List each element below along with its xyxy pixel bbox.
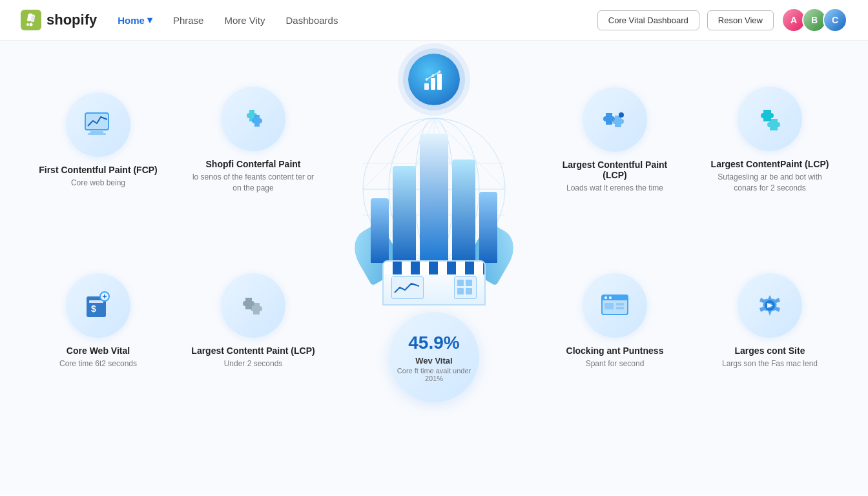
browser-icon — [598, 289, 632, 322]
nav-phrase-label: Phrase — [173, 15, 204, 26]
shopfi-cp-title: Shopfi Conterfal Paint — [206, 159, 301, 169]
svg-rect-41 — [616, 303, 624, 305]
shop-base — [382, 260, 486, 305]
chart-monitor-icon — [81, 108, 115, 141]
clp-desc: Spant for second — [586, 358, 645, 369]
city-bar-2 — [393, 166, 416, 263]
gear-blue-icon — [753, 289, 787, 322]
lcp2-icon-wrap — [738, 87, 802, 151]
logo[interactable]: shopify — [21, 10, 97, 30]
svg-rect-27 — [457, 288, 464, 294]
center-metric-title: Wev Vital — [415, 356, 452, 366]
svg-point-1 — [30, 23, 33, 26]
lcp3-icon-wrap — [221, 273, 285, 338]
lcp2-desc: Sutagesling ar be and bot with conars fo… — [707, 172, 833, 194]
main-content: First Contentful Paint (FCP) Core web be… — [0, 41, 868, 495]
svg-point-29 — [619, 112, 624, 118]
dollar-shopping-icon: $ — [81, 289, 115, 322]
lcp3-desc: Under 2 seconds — [224, 358, 283, 369]
metric-shopfi-cp: Shopfi Conterfal Paint lo senos of the f… — [182, 79, 324, 202]
city-bars — [371, 134, 497, 263]
svg-rect-8 — [437, 74, 442, 90]
city-bar-5 — [479, 192, 497, 263]
cwv-icon-wrap: $ — [66, 273, 130, 338]
nav-phrase[interactable]: Phrase — [173, 15, 204, 26]
nav-more-vity[interactable]: More Vity — [224, 15, 265, 26]
center-badge — [408, 54, 460, 105]
puzzle-green-icon — [753, 102, 787, 136]
metric-cwv: $ Core Web Vital Core time 6t2 seconds — [52, 265, 145, 377]
svg-rect-3 — [85, 113, 108, 130]
shop-chart-icon — [392, 277, 422, 297]
svg-point-2 — [26, 23, 29, 26]
svg-point-38 — [604, 296, 607, 299]
nav: Home ▾ Phrase More Vity Dashboards — [118, 14, 338, 26]
shop-awning — [384, 262, 484, 274]
reson-view-button[interactable]: Reson View — [707, 10, 774, 30]
logo-text: shopify — [46, 12, 97, 28]
svg-rect-40 — [604, 303, 614, 309]
svg-rect-5 — [88, 133, 106, 135]
fcp-icon-wrap — [66, 92, 130, 157]
shopfi-cp-icon-wrap — [221, 87, 285, 151]
city-bar-3 — [420, 134, 448, 263]
shop-window-left — [391, 276, 424, 299]
lcp1-icon-wrap — [583, 87, 647, 152]
fcp-title: First Contentful Paint (FCP) — [39, 165, 158, 175]
puzzle-blue-icon — [598, 103, 632, 136]
chevron-down-icon: ▾ — [147, 14, 152, 26]
dashboard-grid: First Contentful Paint (FCP) Core web be… — [27, 54, 841, 402]
header-right: Core Vital Dashboard Reson View A B C — [597, 8, 847, 32]
nav-home[interactable]: Home ▾ — [118, 14, 152, 26]
cwv-title: Core Web Vital — [67, 346, 130, 356]
shop-window-icon — [455, 277, 475, 297]
city-bar-4 — [452, 160, 475, 263]
metric-fcp: First Contentful Paint (FCP) Core web be… — [31, 85, 165, 196]
core-vital-dashboard-button[interactable]: Core Vital Dashboard — [597, 10, 699, 30]
lcp1-desc: Loads wat lt erenes the time — [566, 183, 663, 194]
puzzle-gray-icon — [236, 289, 270, 322]
center-metric-value: 45.9% — [408, 333, 459, 353]
svg-text:$: $ — [91, 304, 96, 314]
metric-lcs: Larges cont Site Largs son the Fas mac l… — [714, 265, 825, 377]
svg-point-39 — [609, 296, 612, 299]
center-metric-desc: Core ft time avait under 201% — [389, 367, 479, 382]
svg-rect-25 — [457, 280, 464, 286]
shop-window-right — [454, 276, 477, 299]
svg-rect-7 — [431, 78, 435, 90]
lcs-icon-wrap — [738, 273, 802, 338]
svg-rect-31 — [89, 300, 103, 303]
svg-rect-42 — [616, 307, 624, 309]
bar-chart-icon — [420, 65, 448, 94]
lcs-title: Larges cont Site — [735, 346, 805, 356]
nav-dashboards-label: Dashboards — [286, 15, 338, 26]
hero-center: 45.9% Wev Vital Core ft time avait under… — [344, 54, 524, 402]
svg-rect-6 — [424, 83, 429, 90]
header-left: shopify Home ▾ Phrase More Vity Dashboar… — [21, 10, 338, 30]
nav-home-label: Home — [118, 15, 145, 26]
header: shopify Home ▾ Phrase More Vity Dashboar… — [0, 0, 868, 41]
nav-more-vity-label: More Vity — [224, 15, 265, 26]
shopify-logo-icon — [21, 10, 41, 30]
metric-lcp2: Largest ContentPaint (LCP) Sutagesling a… — [699, 79, 841, 202]
avatars: A B C — [781, 8, 847, 32]
metric-clp: Clocking ant Puntness Spant for second — [559, 265, 672, 377]
city-bar-1 — [371, 198, 389, 263]
puzzle-teal-icon — [236, 102, 270, 136]
avatar-3: C — [823, 8, 847, 32]
shopfi-cp-desc: lo senos of the feants content ter or on… — [190, 172, 316, 194]
svg-rect-23 — [392, 277, 422, 297]
clp-title: Clocking ant Puntness — [566, 346, 664, 356]
lcp3-title: Largest Contentt Paint (LCP) — [191, 346, 315, 356]
svg-rect-26 — [466, 280, 472, 286]
metric-lcp1: Largest Contentful Paint (LCP) Loads wat… — [544, 79, 686, 202]
clp-icon-wrap — [583, 273, 647, 338]
metric-lcp3: Largest Contentt Paint (LCP) Under 2 sec… — [183, 265, 322, 377]
nav-dashboards[interactable]: Dashboards — [286, 15, 338, 26]
svg-rect-28 — [466, 288, 472, 294]
fcp-desc: Core web being — [71, 178, 125, 189]
lcs-desc: Largs son the Fas mac lend — [722, 358, 818, 369]
center-bottom-metric: 45.9% Wev Vital Core ft time avait under… — [389, 312, 479, 402]
lcp2-title: Largest ContentPaint (LCP) — [711, 159, 829, 169]
lcp1-title: Largest Contentful Paint (LCP) — [552, 160, 678, 180]
